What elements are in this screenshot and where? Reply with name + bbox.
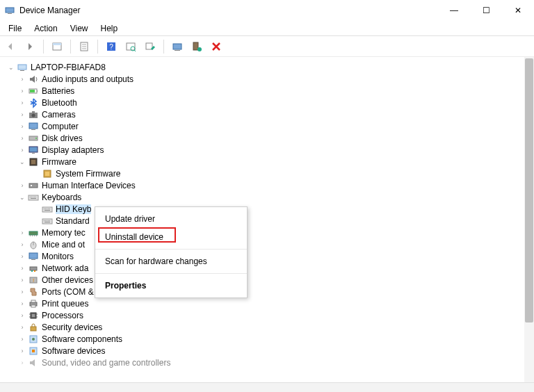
expand-icon[interactable]: › bbox=[18, 122, 26, 131]
scroll-thumb[interactable] bbox=[525, 58, 533, 322]
tree-node[interactable]: HID Keyb bbox=[4, 203, 534, 215]
expand-icon[interactable]: › bbox=[18, 323, 26, 332]
tree-node[interactable]: ›Display adapters bbox=[4, 144, 534, 156]
tree-node[interactable]: ›Software components bbox=[4, 333, 534, 345]
printer-icon bbox=[28, 298, 39, 309]
expand-icon[interactable]: › bbox=[18, 181, 26, 190]
tree-node[interactable]: ›Mice and ot bbox=[4, 238, 534, 250]
network-icon bbox=[28, 263, 39, 274]
svg-rect-49 bbox=[48, 209, 49, 209]
tree-node[interactable]: ›Human Interface Devices bbox=[4, 179, 534, 191]
tree-node[interactable]: ›Cameras bbox=[4, 108, 534, 120]
collapse-icon[interactable]: ⌄ bbox=[7, 63, 15, 72]
ctx-update-driver[interactable]: Update driver bbox=[95, 210, 247, 228]
menu-file[interactable]: File bbox=[3, 22, 27, 35]
expand-icon[interactable]: › bbox=[18, 252, 26, 261]
menu-action[interactable]: Action bbox=[29, 22, 63, 35]
svg-rect-33 bbox=[31, 160, 35, 164]
show-hide-button[interactable] bbox=[49, 39, 65, 54]
maximize-button[interactable]: ☐ bbox=[470, 0, 502, 21]
expand-icon[interactable]: › bbox=[18, 134, 26, 142]
svg-rect-21 bbox=[37, 90, 38, 92]
expand-icon[interactable]: › bbox=[18, 300, 26, 308]
svg-rect-47 bbox=[45, 209, 46, 209]
tree-node[interactable]: ›!Other devices bbox=[4, 274, 534, 286]
back-button[interactable] bbox=[3, 39, 18, 54]
expand-icon[interactable]: › bbox=[18, 276, 26, 284]
ctx-properties[interactable]: Properties bbox=[95, 277, 247, 295]
update-driver-button[interactable] bbox=[143, 39, 158, 54]
tree-node[interactable]: ›Computer bbox=[4, 120, 534, 132]
uninstall-button[interactable] bbox=[170, 39, 185, 54]
tree-node-label: Audio inputs and outputs bbox=[42, 74, 134, 84]
svg-rect-45 bbox=[42, 207, 52, 212]
tree-node[interactable]: ›Monitors bbox=[4, 250, 534, 262]
tree-node[interactable]: ›Processors bbox=[4, 309, 534, 321]
tree-node[interactable]: Standard bbox=[4, 215, 534, 227]
expand-icon[interactable]: › bbox=[18, 87, 26, 95]
tree-node[interactable]: ›Ports (COM & LPT) bbox=[4, 286, 534, 297]
expand-icon[interactable]: › bbox=[18, 335, 26, 343]
help-button[interactable]: ? bbox=[104, 39, 119, 54]
tree-node[interactable]: ›Sound, video and game controllers bbox=[4, 357, 534, 368]
expand-icon[interactable]: › bbox=[18, 240, 26, 249]
tree-node[interactable]: System Firmware bbox=[4, 168, 534, 179]
tree-node-label: Security devices bbox=[42, 322, 102, 332]
svg-point-84 bbox=[32, 338, 35, 341]
expand-icon[interactable]: › bbox=[18, 146, 26, 154]
expand-icon[interactable]: › bbox=[18, 359, 26, 367]
svg-rect-82 bbox=[31, 327, 36, 331]
sound-icon bbox=[28, 357, 39, 368]
tree-node[interactable]: ⌄Keyboards bbox=[4, 191, 534, 203]
svg-point-29 bbox=[35, 138, 37, 139]
delete-button[interactable] bbox=[209, 39, 224, 54]
svg-rect-56 bbox=[48, 220, 49, 221]
expand-icon[interactable]: › bbox=[18, 288, 26, 296]
tree-node[interactable]: ›Memory tec bbox=[4, 227, 534, 238]
tree-node[interactable]: ›Audio inputs and outputs bbox=[4, 73, 534, 85]
collapse-icon[interactable]: ⌄ bbox=[18, 193, 26, 202]
hid-icon bbox=[28, 180, 39, 191]
tree-node-label: Display adapters bbox=[42, 145, 104, 155]
tree-node-label: Software devices bbox=[42, 346, 105, 356]
tree-node[interactable]: ›Disk drives bbox=[4, 132, 534, 144]
tree-node[interactable]: ›Software devices bbox=[4, 345, 534, 357]
ctx-separator bbox=[95, 273, 247, 274]
expand-icon[interactable]: › bbox=[18, 229, 26, 237]
expand-icon[interactable]: › bbox=[18, 264, 26, 272]
expand-icon[interactable]: › bbox=[18, 111, 26, 119]
svg-rect-25 bbox=[32, 111, 35, 113]
tree-node[interactable]: ⌄LAPTOP-FBIAFAD8 bbox=[4, 61, 534, 73]
collapse-icon[interactable]: ⌄ bbox=[18, 158, 26, 166]
properties-button[interactable] bbox=[76, 39, 92, 54]
menu-help[interactable]: Help bbox=[95, 22, 124, 35]
expand-icon[interactable]: › bbox=[18, 311, 26, 320]
menu-view[interactable]: View bbox=[65, 22, 94, 35]
expand-icon[interactable]: › bbox=[18, 75, 26, 83]
forward-button[interactable] bbox=[22, 39, 38, 54]
tree-node[interactable]: ›Batteries bbox=[4, 85, 534, 97]
svg-rect-46 bbox=[44, 209, 44, 209]
expand-icon[interactable]: › bbox=[18, 99, 26, 107]
expand-icon[interactable]: › bbox=[18, 347, 26, 355]
ctx-scan-hardware[interactable]: Scan for hardware changes bbox=[95, 252, 247, 270]
svg-rect-30 bbox=[29, 147, 38, 152]
tree-node[interactable]: ›Print queues bbox=[4, 297, 534, 309]
svg-rect-57 bbox=[49, 220, 50, 221]
tree-node[interactable]: ›Security devices bbox=[4, 321, 534, 333]
tree-node[interactable]: ⌄Firmware bbox=[4, 156, 534, 168]
svg-rect-37 bbox=[31, 185, 32, 186]
tree-node[interactable]: ›Bluetooth bbox=[4, 97, 534, 108]
svg-rect-86 bbox=[32, 350, 35, 352]
minimize-button[interactable]: — bbox=[438, 0, 470, 21]
tree-node-label: Computer bbox=[42, 122, 79, 131]
scan-button[interactable] bbox=[123, 39, 138, 54]
ctx-uninstall-device[interactable]: Uninstall device bbox=[95, 228, 247, 246]
close-button[interactable]: ✕ bbox=[502, 0, 534, 21]
bluetooth-icon bbox=[28, 97, 39, 108]
tree-node-label: Disk drives bbox=[42, 133, 83, 143]
tree-node[interactable]: ›Network ada bbox=[4, 262, 534, 274]
disable-button[interactable] bbox=[189, 39, 204, 54]
scrollbar[interactable] bbox=[524, 57, 534, 382]
audio-icon bbox=[28, 74, 39, 85]
